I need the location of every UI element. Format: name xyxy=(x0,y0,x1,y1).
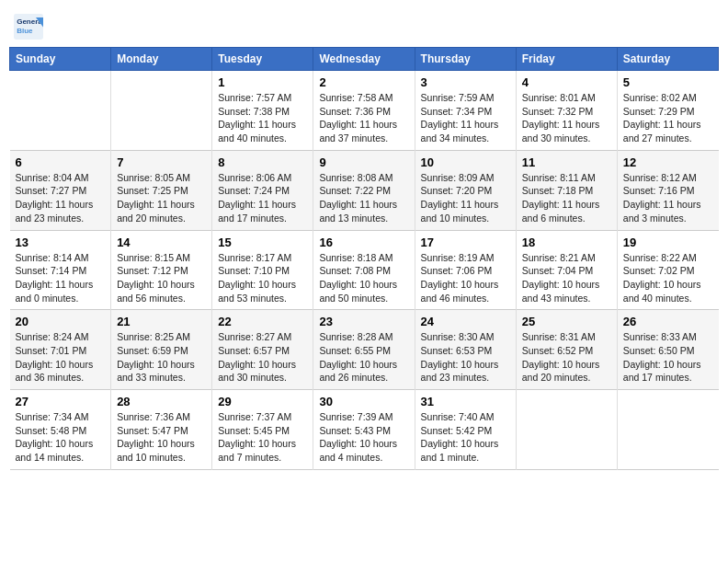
day-cell: 23Sunrise: 8:28 AM Sunset: 6:55 PM Dayli… xyxy=(313,310,415,390)
day-number: 16 xyxy=(319,236,408,249)
day-number: 30 xyxy=(319,395,408,408)
day-number: 6 xyxy=(16,155,106,169)
day-number: 14 xyxy=(117,236,206,249)
day-info: Sunrise: 8:28 AM Sunset: 6:55 PM Dayligh… xyxy=(319,330,408,385)
week-row-1: 6Sunrise: 8:04 AM Sunset: 7:27 PM Daylig… xyxy=(10,150,719,230)
week-row-3: 20Sunrise: 8:24 AM Sunset: 7:01 PM Dayli… xyxy=(10,310,719,390)
header-wednesday: Wednesday xyxy=(313,48,415,71)
week-row-4: 27Sunrise: 7:34 AM Sunset: 5:48 PM Dayli… xyxy=(10,390,719,470)
day-cell: 7Sunrise: 8:05 AM Sunset: 7:25 PM Daylig… xyxy=(111,150,212,230)
day-cell: 22Sunrise: 8:27 AM Sunset: 6:57 PM Dayli… xyxy=(212,310,313,390)
day-info: Sunrise: 8:25 AM Sunset: 6:59 PM Dayligh… xyxy=(117,330,206,385)
day-cell: 8Sunrise: 8:06 AM Sunset: 7:24 PM Daylig… xyxy=(212,150,313,230)
day-cell: 14Sunrise: 8:15 AM Sunset: 7:12 PM Dayli… xyxy=(111,230,212,310)
day-cell: 11Sunrise: 8:11 AM Sunset: 7:18 PM Dayli… xyxy=(516,150,617,230)
day-number: 3 xyxy=(421,75,510,89)
week-row-0: 1Sunrise: 7:57 AM Sunset: 7:38 PM Daylig… xyxy=(10,71,719,151)
header-monday: Monday xyxy=(111,48,212,71)
day-number: 13 xyxy=(16,236,106,249)
day-cell: 5Sunrise: 8:02 AM Sunset: 7:29 PM Daylig… xyxy=(617,71,718,151)
day-info: Sunrise: 8:33 AM Sunset: 6:50 PM Dayligh… xyxy=(623,330,713,385)
day-info: Sunrise: 8:06 AM Sunset: 7:24 PM Dayligh… xyxy=(218,171,307,225)
day-cell: 30Sunrise: 7:39 AM Sunset: 5:43 PM Dayli… xyxy=(313,390,415,470)
day-number: 31 xyxy=(421,395,510,408)
day-cell: 1Sunrise: 7:57 AM Sunset: 7:38 PM Daylig… xyxy=(212,71,313,151)
svg-text:Blue: Blue xyxy=(17,27,33,35)
header-sunday: Sunday xyxy=(10,48,111,71)
day-info: Sunrise: 7:58 AM Sunset: 7:36 PM Dayligh… xyxy=(319,91,408,145)
day-number: 25 xyxy=(522,315,611,328)
day-cell: 26Sunrise: 8:33 AM Sunset: 6:50 PM Dayli… xyxy=(617,310,718,390)
day-info: Sunrise: 8:09 AM Sunset: 7:20 PM Dayligh… xyxy=(421,171,510,225)
logo-icon: General Blue xyxy=(14,14,43,40)
logo: General Blue xyxy=(14,14,47,40)
day-number: 17 xyxy=(421,236,510,249)
day-cell: 16Sunrise: 8:18 AM Sunset: 7:08 PM Dayli… xyxy=(313,230,415,310)
day-info: Sunrise: 7:57 AM Sunset: 7:38 PM Dayligh… xyxy=(218,91,307,145)
day-info: Sunrise: 8:30 AM Sunset: 6:53 PM Dayligh… xyxy=(421,330,510,385)
calendar-table: SundayMondayTuesdayWednesdayThursdayFrid… xyxy=(9,47,719,470)
page-header: General Blue xyxy=(9,9,719,40)
day-info: Sunrise: 8:05 AM Sunset: 7:25 PM Dayligh… xyxy=(117,171,206,225)
day-cell: 6Sunrise: 8:04 AM Sunset: 7:27 PM Daylig… xyxy=(10,150,111,230)
day-number: 10 xyxy=(421,155,510,169)
day-info: Sunrise: 8:01 AM Sunset: 7:32 PM Dayligh… xyxy=(522,91,611,145)
day-number: 9 xyxy=(319,155,408,169)
header-tuesday: Tuesday xyxy=(212,48,313,71)
day-info: Sunrise: 8:15 AM Sunset: 7:12 PM Dayligh… xyxy=(117,251,206,305)
day-cell xyxy=(111,71,212,151)
day-number: 15 xyxy=(218,236,307,249)
day-cell: 21Sunrise: 8:25 AM Sunset: 6:59 PM Dayli… xyxy=(111,310,212,390)
day-cell: 18Sunrise: 8:21 AM Sunset: 7:04 PM Dayli… xyxy=(516,230,617,310)
day-number: 24 xyxy=(421,315,510,328)
day-cell: 27Sunrise: 7:34 AM Sunset: 5:48 PM Dayli… xyxy=(10,390,111,470)
day-number: 22 xyxy=(218,315,307,328)
day-info: Sunrise: 8:02 AM Sunset: 7:29 PM Dayligh… xyxy=(623,91,713,145)
day-cell: 29Sunrise: 7:37 AM Sunset: 5:45 PM Dayli… xyxy=(212,390,313,470)
day-info: Sunrise: 7:40 AM Sunset: 5:42 PM Dayligh… xyxy=(421,410,510,465)
day-number: 11 xyxy=(522,155,611,169)
calendar-body: 1Sunrise: 7:57 AM Sunset: 7:38 PM Daylig… xyxy=(10,71,719,470)
day-number: 23 xyxy=(319,315,408,328)
day-number: 12 xyxy=(623,155,713,169)
day-info: Sunrise: 8:14 AM Sunset: 7:14 PM Dayligh… xyxy=(16,251,106,305)
day-info: Sunrise: 8:11 AM Sunset: 7:18 PM Dayligh… xyxy=(522,171,611,225)
day-cell: 13Sunrise: 8:14 AM Sunset: 7:14 PM Dayli… xyxy=(10,230,111,310)
day-info: Sunrise: 8:17 AM Sunset: 7:10 PM Dayligh… xyxy=(218,251,307,305)
day-number: 7 xyxy=(117,155,206,169)
day-cell: 15Sunrise: 8:17 AM Sunset: 7:10 PM Dayli… xyxy=(212,230,313,310)
day-info: Sunrise: 8:22 AM Sunset: 7:02 PM Dayligh… xyxy=(623,251,713,305)
day-cell: 10Sunrise: 8:09 AM Sunset: 7:20 PM Dayli… xyxy=(415,150,516,230)
day-number: 4 xyxy=(522,75,611,89)
day-number: 28 xyxy=(117,395,206,408)
day-number: 29 xyxy=(218,395,307,408)
header-row: SundayMondayTuesdayWednesdayThursdayFrid… xyxy=(10,48,719,71)
day-cell xyxy=(617,390,718,470)
day-info: Sunrise: 7:34 AM Sunset: 5:48 PM Dayligh… xyxy=(16,410,106,465)
day-number: 26 xyxy=(623,315,713,328)
day-cell xyxy=(516,390,617,470)
day-info: Sunrise: 7:59 AM Sunset: 7:34 PM Dayligh… xyxy=(421,91,510,145)
day-info: Sunrise: 8:18 AM Sunset: 7:08 PM Dayligh… xyxy=(319,251,408,305)
header-friday: Friday xyxy=(516,48,617,71)
day-info: Sunrise: 8:12 AM Sunset: 7:16 PM Dayligh… xyxy=(623,171,713,225)
day-info: Sunrise: 8:31 AM Sunset: 6:52 PM Dayligh… xyxy=(522,330,611,385)
day-cell: 3Sunrise: 7:59 AM Sunset: 7:34 PM Daylig… xyxy=(415,71,516,151)
day-cell: 12Sunrise: 8:12 AM Sunset: 7:16 PM Dayli… xyxy=(617,150,718,230)
day-number: 18 xyxy=(522,236,611,249)
day-number: 8 xyxy=(218,155,307,169)
day-number: 2 xyxy=(319,75,408,89)
week-row-2: 13Sunrise: 8:14 AM Sunset: 7:14 PM Dayli… xyxy=(10,230,719,310)
day-cell: 17Sunrise: 8:19 AM Sunset: 7:06 PM Dayli… xyxy=(415,230,516,310)
day-number: 5 xyxy=(623,75,713,89)
day-number: 1 xyxy=(218,75,307,89)
day-cell: 4Sunrise: 8:01 AM Sunset: 7:32 PM Daylig… xyxy=(516,71,617,151)
day-info: Sunrise: 7:37 AM Sunset: 5:45 PM Dayligh… xyxy=(218,410,307,465)
day-number: 21 xyxy=(117,315,206,328)
day-info: Sunrise: 7:36 AM Sunset: 5:47 PM Dayligh… xyxy=(117,410,206,465)
day-cell: 20Sunrise: 8:24 AM Sunset: 7:01 PM Dayli… xyxy=(10,310,111,390)
day-info: Sunrise: 8:21 AM Sunset: 7:04 PM Dayligh… xyxy=(522,251,611,305)
day-number: 20 xyxy=(16,315,106,328)
day-info: Sunrise: 8:24 AM Sunset: 7:01 PM Dayligh… xyxy=(16,330,106,385)
day-info: Sunrise: 8:19 AM Sunset: 7:06 PM Dayligh… xyxy=(421,251,510,305)
